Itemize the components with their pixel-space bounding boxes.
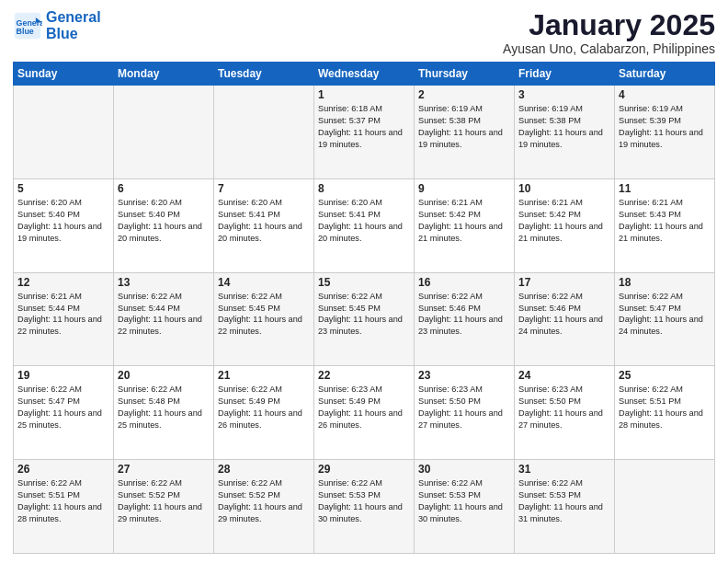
day-info: Sunrise: 6:20 AM Sunset: 5:40 PM Dayligh… bbox=[17, 197, 109, 245]
calendar-cell: 24Sunrise: 6:23 AM Sunset: 5:50 PM Dayli… bbox=[515, 366, 615, 460]
header-sunday: Sunday bbox=[14, 63, 114, 86]
calendar-cell: 7Sunrise: 6:20 AM Sunset: 5:41 PM Daylig… bbox=[214, 178, 314, 272]
calendar-cell: 26Sunrise: 6:22 AM Sunset: 5:51 PM Dayli… bbox=[14, 460, 114, 554]
day-info: Sunrise: 6:23 AM Sunset: 5:50 PM Dayligh… bbox=[418, 384, 510, 431]
day-number: 19 bbox=[17, 369, 109, 382]
day-info: Sunrise: 6:22 AM Sunset: 5:44 PM Dayligh… bbox=[118, 291, 210, 339]
calendar-cell: 31Sunrise: 6:22 AM Sunset: 5:53 PM Dayli… bbox=[515, 460, 615, 554]
calendar-cell bbox=[615, 460, 715, 554]
calendar-cell bbox=[14, 86, 114, 179]
day-number: 26 bbox=[17, 463, 109, 476]
calendar-body: 1Sunrise: 6:18 AM Sunset: 5:37 PM Daylig… bbox=[14, 86, 715, 554]
day-number: 21 bbox=[218, 369, 310, 382]
calendar-subtitle: Ayusan Uno, Calabarzon, Philippines bbox=[503, 41, 715, 56]
day-info: Sunrise: 6:22 AM Sunset: 5:46 PM Dayligh… bbox=[518, 291, 610, 339]
day-number: 1 bbox=[318, 88, 410, 101]
calendar-title: January 2025 bbox=[503, 9, 715, 41]
week-row-1: 5Sunrise: 6:20 AM Sunset: 5:40 PM Daylig… bbox=[14, 178, 715, 272]
week-row-2: 12Sunrise: 6:21 AM Sunset: 5:44 PM Dayli… bbox=[14, 272, 715, 366]
week-row-4: 26Sunrise: 6:22 AM Sunset: 5:51 PM Dayli… bbox=[14, 460, 715, 554]
calendar-cell: 9Sunrise: 6:21 AM Sunset: 5:42 PM Daylig… bbox=[415, 178, 515, 272]
calendar-cell: 27Sunrise: 6:22 AM Sunset: 5:52 PM Dayli… bbox=[114, 460, 214, 554]
day-info: Sunrise: 6:22 AM Sunset: 5:51 PM Dayligh… bbox=[17, 477, 109, 525]
day-number: 6 bbox=[118, 182, 210, 195]
day-number: 24 bbox=[518, 369, 610, 382]
calendar-header: SundayMondayTuesdayWednesdayThursdayFrid… bbox=[14, 63, 715, 86]
calendar-cell: 23Sunrise: 6:23 AM Sunset: 5:50 PM Dayli… bbox=[415, 366, 515, 460]
day-number: 22 bbox=[318, 369, 410, 382]
calendar-cell: 5Sunrise: 6:20 AM Sunset: 5:40 PM Daylig… bbox=[14, 178, 114, 272]
calendar-cell: 12Sunrise: 6:21 AM Sunset: 5:44 PM Dayli… bbox=[14, 272, 114, 366]
day-info: Sunrise: 6:22 AM Sunset: 5:52 PM Dayligh… bbox=[118, 477, 210, 525]
calendar-cell: 29Sunrise: 6:22 AM Sunset: 5:53 PM Dayli… bbox=[314, 460, 415, 554]
day-info: Sunrise: 6:22 AM Sunset: 5:51 PM Dayligh… bbox=[619, 384, 711, 431]
calendar-cell: 25Sunrise: 6:22 AM Sunset: 5:51 PM Dayli… bbox=[615, 366, 715, 460]
calendar-cell: 11Sunrise: 6:21 AM Sunset: 5:43 PM Dayli… bbox=[615, 178, 715, 272]
header-saturday: Saturday bbox=[615, 63, 715, 86]
day-number: 20 bbox=[118, 369, 210, 382]
day-info: Sunrise: 6:23 AM Sunset: 5:49 PM Dayligh… bbox=[318, 384, 410, 431]
day-info: Sunrise: 6:22 AM Sunset: 5:46 PM Dayligh… bbox=[418, 291, 510, 339]
calendar-cell: 3Sunrise: 6:19 AM Sunset: 5:38 PM Daylig… bbox=[515, 86, 615, 179]
calendar-cell bbox=[214, 86, 314, 179]
logo: General Blue GeneralBlue bbox=[13, 9, 101, 41]
calendar-cell: 8Sunrise: 6:20 AM Sunset: 5:41 PM Daylig… bbox=[314, 178, 415, 272]
week-row-3: 19Sunrise: 6:22 AM Sunset: 5:47 PM Dayli… bbox=[14, 366, 715, 460]
day-number: 8 bbox=[318, 182, 410, 195]
day-number: 25 bbox=[619, 369, 711, 382]
day-info: Sunrise: 6:19 AM Sunset: 5:38 PM Dayligh… bbox=[518, 103, 610, 151]
title-block: January 2025 Ayusan Uno, Calabarzon, Phi… bbox=[503, 9, 715, 56]
day-info: Sunrise: 6:22 AM Sunset: 5:47 PM Dayligh… bbox=[17, 384, 109, 431]
calendar-cell: 17Sunrise: 6:22 AM Sunset: 5:46 PM Dayli… bbox=[515, 272, 615, 366]
calendar-cell: 19Sunrise: 6:22 AM Sunset: 5:47 PM Dayli… bbox=[14, 366, 114, 460]
day-info: Sunrise: 6:20 AM Sunset: 5:41 PM Dayligh… bbox=[318, 197, 410, 245]
day-info: Sunrise: 6:19 AM Sunset: 5:38 PM Dayligh… bbox=[418, 103, 510, 151]
day-number: 2 bbox=[418, 88, 510, 101]
day-number: 23 bbox=[418, 369, 510, 382]
calendar-cell: 2Sunrise: 6:19 AM Sunset: 5:38 PM Daylig… bbox=[415, 86, 515, 179]
calendar-cell: 10Sunrise: 6:21 AM Sunset: 5:42 PM Dayli… bbox=[515, 178, 615, 272]
logo-icon: General Blue bbox=[13, 11, 42, 40]
header-friday: Friday bbox=[515, 63, 615, 86]
header-thursday: Thursday bbox=[415, 63, 515, 86]
header-wednesday: Wednesday bbox=[314, 63, 415, 86]
day-number: 12 bbox=[17, 276, 109, 289]
header-tuesday: Tuesday bbox=[214, 63, 314, 86]
day-number: 13 bbox=[118, 276, 210, 289]
day-number: 17 bbox=[518, 276, 610, 289]
calendar-cell: 30Sunrise: 6:22 AM Sunset: 5:53 PM Dayli… bbox=[415, 460, 515, 554]
header: General Blue GeneralBlue January 2025 Ay… bbox=[13, 9, 715, 56]
day-number: 28 bbox=[218, 463, 310, 476]
day-info: Sunrise: 6:22 AM Sunset: 5:53 PM Dayligh… bbox=[518, 477, 610, 525]
calendar-cell bbox=[114, 86, 214, 179]
calendar-cell: 28Sunrise: 6:22 AM Sunset: 5:52 PM Dayli… bbox=[214, 460, 314, 554]
day-number: 4 bbox=[619, 88, 711, 101]
day-info: Sunrise: 6:21 AM Sunset: 5:44 PM Dayligh… bbox=[17, 291, 109, 339]
calendar-cell: 16Sunrise: 6:22 AM Sunset: 5:46 PM Dayli… bbox=[415, 272, 515, 366]
svg-text:Blue: Blue bbox=[17, 26, 34, 35]
calendar-cell: 20Sunrise: 6:22 AM Sunset: 5:48 PM Dayli… bbox=[114, 366, 214, 460]
day-number: 29 bbox=[318, 463, 410, 476]
calendar-cell: 1Sunrise: 6:18 AM Sunset: 5:37 PM Daylig… bbox=[314, 86, 415, 179]
day-number: 11 bbox=[619, 182, 711, 195]
day-number: 14 bbox=[218, 276, 310, 289]
day-info: Sunrise: 6:22 AM Sunset: 5:45 PM Dayligh… bbox=[318, 291, 410, 339]
calendar-cell: 14Sunrise: 6:22 AM Sunset: 5:45 PM Dayli… bbox=[214, 272, 314, 366]
day-number: 27 bbox=[118, 463, 210, 476]
calendar-cell: 4Sunrise: 6:19 AM Sunset: 5:39 PM Daylig… bbox=[615, 86, 715, 179]
calendar-table: SundayMondayTuesdayWednesdayThursdayFrid… bbox=[13, 62, 715, 554]
header-monday: Monday bbox=[114, 63, 214, 86]
week-row-0: 1Sunrise: 6:18 AM Sunset: 5:37 PM Daylig… bbox=[14, 86, 715, 179]
day-info: Sunrise: 6:22 AM Sunset: 5:48 PM Dayligh… bbox=[118, 384, 210, 431]
day-info: Sunrise: 6:21 AM Sunset: 5:43 PM Dayligh… bbox=[619, 197, 711, 245]
calendar-cell: 18Sunrise: 6:22 AM Sunset: 5:47 PM Dayli… bbox=[615, 272, 715, 366]
day-number: 10 bbox=[518, 182, 610, 195]
day-number: 3 bbox=[518, 88, 610, 101]
day-info: Sunrise: 6:22 AM Sunset: 5:49 PM Dayligh… bbox=[218, 384, 310, 431]
calendar-cell: 13Sunrise: 6:22 AM Sunset: 5:44 PM Dayli… bbox=[114, 272, 214, 366]
day-info: Sunrise: 6:21 AM Sunset: 5:42 PM Dayligh… bbox=[418, 197, 510, 245]
day-info: Sunrise: 6:22 AM Sunset: 5:53 PM Dayligh… bbox=[318, 477, 410, 525]
day-info: Sunrise: 6:20 AM Sunset: 5:40 PM Dayligh… bbox=[118, 197, 210, 245]
day-info: Sunrise: 6:22 AM Sunset: 5:47 PM Dayligh… bbox=[619, 291, 711, 339]
day-number: 16 bbox=[418, 276, 510, 289]
